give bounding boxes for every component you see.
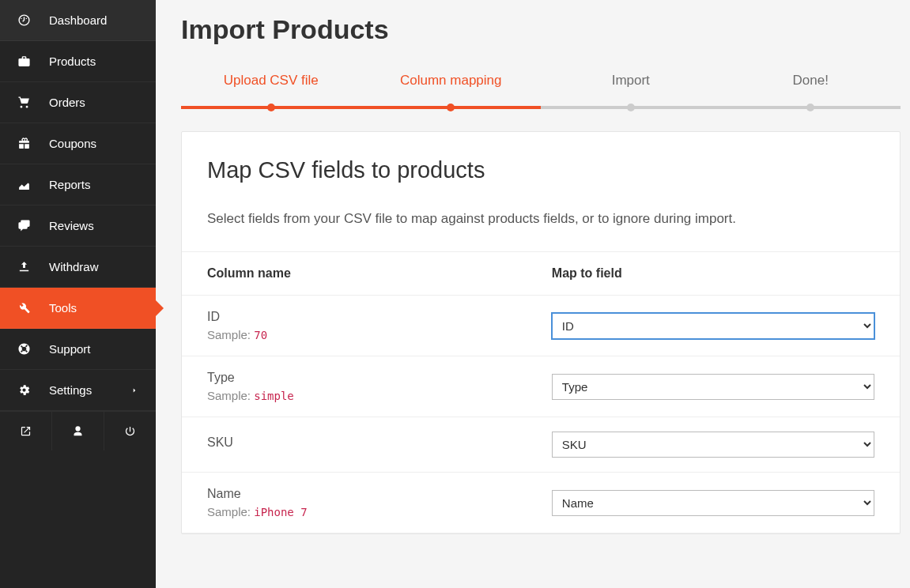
- sidebar-item-dashboard[interactable]: Dashboard: [0, 0, 156, 41]
- column-name-header: Column name: [182, 252, 527, 296]
- column-name-cell: IDSample: 70: [182, 296, 527, 356]
- card-title: Map CSV fields to products: [207, 157, 874, 183]
- sidebar-item-label: Dashboard: [49, 13, 140, 27]
- progress-stepper: Upload CSV fileColumn mappingImportDone!: [181, 73, 901, 109]
- column-name: SKU: [207, 435, 501, 450]
- main-content: Import Products Upload CSV fileColumn ma…: [156, 0, 910, 588]
- map-field-select[interactable]: Type: [552, 374, 874, 400]
- table-row: TypeSample: simpleType: [182, 356, 900, 417]
- step-label: Import: [541, 73, 721, 106]
- table-row: NameSample: iPhone 7Name: [182, 473, 900, 533]
- sidebar-item-label: Products: [49, 55, 140, 68]
- step-bar: [541, 106, 721, 109]
- column-name: Type: [207, 371, 501, 385]
- map-field-cell: ID: [527, 296, 900, 356]
- map-field-cell: SKU: [527, 417, 900, 473]
- dashboard-icon: [16, 13, 32, 27]
- column-name: ID: [207, 310, 501, 324]
- step-dot: [627, 104, 635, 111]
- column-name-cell: NameSample: iPhone 7: [182, 473, 527, 533]
- sidebar-item-reviews[interactable]: Reviews: [0, 205, 156, 247]
- external-link-icon: [20, 425, 32, 437]
- sidebar-item-withdraw[interactable]: Withdraw: [0, 247, 156, 288]
- sidebar-item-label: Orders: [49, 96, 140, 109]
- step-dot: [806, 104, 814, 111]
- sidebar-item-reports[interactable]: Reports: [0, 164, 156, 205]
- step-bar: [721, 106, 901, 109]
- briefcase-icon: [16, 55, 32, 68]
- comments-icon: [16, 219, 32, 232]
- step-label: Done!: [721, 73, 901, 106]
- sidebar-bottom-bar: [0, 411, 156, 450]
- cart-icon: [16, 96, 32, 109]
- step-2[interactable]: Column mapping: [361, 73, 542, 109]
- sidebar-item-settings[interactable]: Settings: [0, 370, 156, 411]
- step-3[interactable]: Import: [541, 73, 721, 109]
- column-name-cell: TypeSample: simple: [182, 356, 527, 417]
- chart-icon: [16, 178, 32, 191]
- map-field-select[interactable]: Name: [552, 490, 874, 516]
- step-1[interactable]: Upload CSV file: [181, 73, 361, 109]
- mapping-table: Column name Map to field IDSample: 70IDT…: [182, 251, 900, 533]
- column-name: Name: [207, 487, 501, 501]
- profile-button[interactable]: [52, 412, 104, 450]
- user-icon: [72, 425, 84, 437]
- external-link-button[interactable]: [0, 412, 52, 450]
- power-button[interactable]: [104, 412, 156, 450]
- chevron-right-icon: [130, 386, 140, 394]
- sidebar: DashboardProductsOrdersCouponsReportsRev…: [0, 0, 156, 588]
- gift-icon: [16, 137, 32, 150]
- sidebar-item-label: Settings: [49, 383, 130, 397]
- map-field-select[interactable]: ID: [552, 313, 874, 339]
- upload-icon: [16, 260, 32, 273]
- sidebar-item-label: Reports: [49, 178, 140, 191]
- map-to-field-header: Map to field: [527, 252, 900, 296]
- wrench-icon: [16, 301, 32, 315]
- table-row: SKUSKU: [182, 417, 900, 473]
- step-bar: [181, 106, 361, 109]
- step-label: Column mapping: [361, 73, 542, 106]
- sidebar-item-label: Tools: [49, 301, 140, 315]
- mapping-card: Map CSV fields to products Select fields…: [181, 131, 901, 534]
- map-field-select[interactable]: SKU: [552, 432, 874, 458]
- page-title: Import Products: [181, 14, 901, 45]
- card-description: Select fields from your CSV file to map …: [207, 209, 874, 229]
- sidebar-item-tools[interactable]: Tools: [0, 288, 156, 329]
- lifebuoy-icon: [16, 342, 32, 356]
- step-dot: [447, 104, 455, 111]
- sidebar-item-label: Support: [49, 342, 140, 356]
- sample-value: Sample: iPhone 7: [207, 505, 501, 518]
- step-bar: [361, 106, 542, 109]
- step-dot: [267, 104, 275, 111]
- sidebar-item-label: Withdraw: [49, 260, 140, 273]
- power-icon: [124, 425, 136, 437]
- step-label: Upload CSV file: [181, 73, 361, 106]
- gear-icon: [16, 383, 32, 397]
- sample-value: Sample: 70: [207, 328, 501, 341]
- map-field-cell: Type: [527, 356, 900, 417]
- sidebar-item-orders[interactable]: Orders: [0, 82, 156, 123]
- sidebar-item-label: Reviews: [49, 219, 140, 232]
- sidebar-item-support[interactable]: Support: [0, 329, 156, 370]
- sample-value: Sample: simple: [207, 389, 501, 402]
- column-name-cell: SKU: [182, 417, 527, 473]
- table-row: IDSample: 70ID: [182, 296, 900, 356]
- sidebar-item-products[interactable]: Products: [0, 41, 156, 82]
- map-field-cell: Name: [527, 473, 900, 533]
- sidebar-item-label: Coupons: [49, 137, 140, 150]
- sidebar-item-coupons[interactable]: Coupons: [0, 123, 156, 164]
- step-4[interactable]: Done!: [721, 73, 901, 109]
